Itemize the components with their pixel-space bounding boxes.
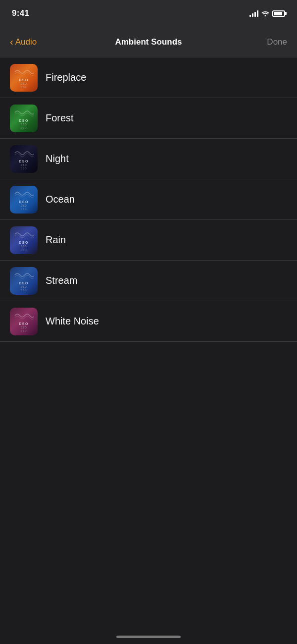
thumb-overlay-rain: DSO DSO DSO	[10, 226, 38, 254]
thumb-overlay-whitenoise: DSO DSO DSO	[10, 308, 38, 335]
thumbnail-rain: DSO DSO DSO	[10, 226, 38, 254]
sound-item-rain[interactable]: DSO DSO DSO Rain	[0, 220, 297, 261]
sound-list: DSO DSO DSO Fireplace DSO DSO DSO	[0, 57, 297, 342]
status-time: 9:41	[12, 8, 29, 18]
status-bar: 9:41	[0, 0, 297, 27]
status-icons	[249, 10, 285, 17]
nav-bar: ‹ Audio Ambient Sounds Done	[0, 27, 297, 57]
home-indicator	[116, 636, 181, 638]
thumbnail-stream: DSO DSO DSO	[10, 267, 38, 295]
signal-icon	[249, 10, 258, 17]
battery-fill	[274, 12, 282, 15]
sound-item-fireplace[interactable]: DSO DSO DSO Fireplace	[0, 57, 297, 98]
thumb-overlay-fireplace: DSO DSO DSO	[10, 64, 38, 92]
sound-label-ocean: Ocean	[46, 194, 75, 205]
sound-label-rain: Rain	[46, 234, 66, 246]
sound-label-stream: Stream	[46, 275, 77, 286]
thumbnail-forest: DSO DSO DSO	[10, 105, 38, 132]
thumbnail-whitenoise: DSO DSO DSO	[10, 308, 38, 335]
thumb-overlay-forest: DSO DSO DSO	[10, 105, 38, 132]
thumb-overlay-ocean: DSO DSO DSO	[10, 186, 38, 214]
nav-bar-wrapper: ‹ Audio Ambient Sounds Done	[0, 27, 297, 57]
sound-item-forest[interactable]: DSO DSO DSO Forest	[0, 98, 297, 139]
sound-label-fireplace: Fireplace	[46, 72, 86, 83]
battery-icon	[272, 10, 285, 17]
sound-item-night[interactable]: DSO DSO DSO Night	[0, 139, 297, 179]
page-title: Ambient Sounds	[115, 37, 182, 47]
thumbnail-fireplace: DSO DSO DSO	[10, 64, 38, 92]
back-label: Audio	[15, 37, 37, 47]
sound-item-stream[interactable]: DSO DSO DSO Stream	[0, 261, 297, 301]
wifi-icon	[261, 10, 269, 16]
back-button[interactable]: ‹ Audio	[10, 37, 37, 47]
sound-label-night: Night	[46, 153, 69, 164]
sound-label-forest: Forest	[46, 112, 74, 124]
thumb-overlay-night: DSO DSO DSO	[10, 145, 38, 173]
thumbnail-ocean: DSO DSO DSO	[10, 186, 38, 214]
back-chevron-icon: ‹	[10, 37, 13, 47]
thumbnail-night: DSO DSO DSO	[10, 145, 38, 173]
sound-label-whitenoise: White Noise	[46, 316, 99, 327]
sound-item-ocean[interactable]: DSO DSO DSO Ocean	[0, 179, 297, 220]
sound-item-whitenoise[interactable]: DSO DSO DSO White Noise	[0, 301, 297, 342]
done-button[interactable]: Done	[267, 37, 287, 47]
thumb-overlay-stream: DSO DSO DSO	[10, 267, 38, 295]
